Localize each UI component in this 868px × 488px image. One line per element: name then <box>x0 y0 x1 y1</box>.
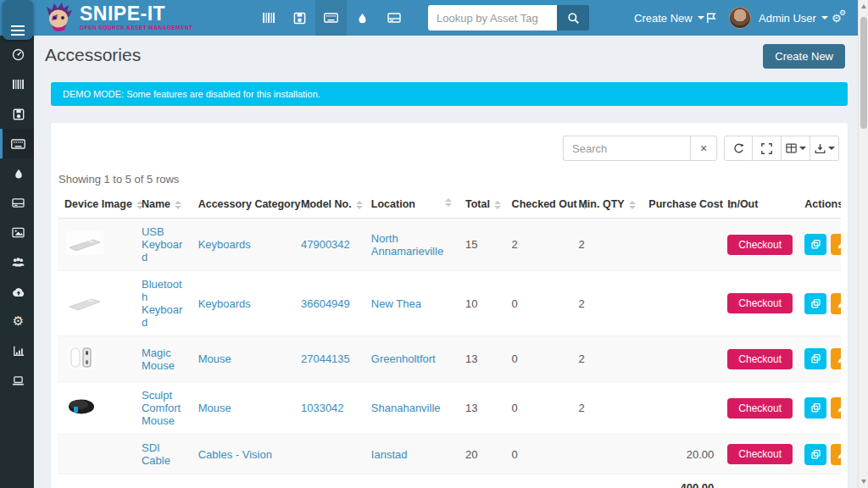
col-header-model[interactable]: Model No. <box>294 191 364 219</box>
accessory-name-link[interactable]: Bluetooth Keyboard <box>142 278 182 329</box>
accessory-name-link[interactable]: Magic Mouse <box>142 347 175 372</box>
clear-search-button[interactable]: × <box>690 136 717 161</box>
topnav-licenses-item[interactable] <box>284 0 315 36</box>
sculpt-comfort-mouse-image[interactable] <box>64 396 100 418</box>
snipe-it-logo[interactable]: SNIPE-IT OPEN SOURCE ASSET MANAGEMENT <box>44 1 192 35</box>
flag-menu[interactable] <box>705 0 718 36</box>
accessory-name-link[interactable]: Sculpt Comfort Mouse <box>142 389 181 427</box>
col-header-category[interactable]: Accessory Category <box>192 191 294 219</box>
table-toolbar-buttons <box>724 136 839 161</box>
sort-icon[interactable] <box>356 201 363 209</box>
clone-icon <box>810 298 821 309</box>
component-card-icon <box>387 12 401 24</box>
sidebar-item-assets[interactable] <box>0 69 34 99</box>
checkout-button[interactable]: Checkout <box>727 235 793 255</box>
sidebar-item-components[interactable] <box>0 188 34 218</box>
topnav-components-item[interactable] <box>378 0 409 36</box>
checkout-button[interactable]: Checkout <box>727 444 793 464</box>
sort-icon[interactable] <box>445 198 452 207</box>
accessory-location-link[interactable]: Shanahanville <box>371 402 441 414</box>
accessory-category-link[interactable]: Keyboards <box>198 297 251 310</box>
clone-button[interactable] <box>804 348 826 369</box>
sidebar-item-consumables[interactable] <box>0 158 34 188</box>
sidebar-item-reports[interactable] <box>0 336 34 366</box>
clone-button[interactable] <box>804 397 826 419</box>
sidebar-item-accessories[interactable] <box>0 129 34 158</box>
sidebar-item-licenses[interactable] <box>0 99 34 129</box>
checked-out-cell: 0 <box>505 336 572 382</box>
topnav-assets-item[interactable] <box>253 0 284 36</box>
purchase-cost-cell <box>642 336 721 382</box>
accessory-location-link[interactable]: Greenholtfort <box>371 352 436 365</box>
accessory-model-link[interactable]: 36604949 <box>301 297 350 310</box>
pencil-icon <box>837 449 841 460</box>
sidebar-toggle-button[interactable] <box>3 0 33 40</box>
export-download-icon <box>815 143 826 154</box>
export-button[interactable] <box>810 136 839 161</box>
min-qty-cell: 2 <box>571 382 642 435</box>
col-header-device-image[interactable]: Device Image <box>58 191 135 219</box>
topnav-accessories-item[interactable] <box>315 0 347 36</box>
sort-icon[interactable] <box>175 201 181 209</box>
sort-icon[interactable] <box>629 201 636 209</box>
vertical-scrollbar[interactable] <box>858 0 868 488</box>
create-new-menu[interactable]: Create New <box>634 0 704 36</box>
sidebar-item-import[interactable] <box>0 277 34 307</box>
droplet-icon <box>14 168 24 180</box>
fullscreen-button[interactable] <box>753 136 782 161</box>
scroll-down-icon[interactable] <box>861 480 866 484</box>
accessory-name-link[interactable]: USB Keyboard <box>142 225 182 263</box>
sidebar-item-requestable[interactable] <box>0 366 34 396</box>
accessory-model-link[interactable]: 1033042 <box>301 402 344 414</box>
accessory-model-link[interactable]: 47900342 <box>301 238 350 251</box>
clone-button[interactable] <box>804 293 826 314</box>
accessory-location-link[interactable]: New Thea <box>371 297 421 310</box>
user-menu[interactable]: Admin User <box>729 0 828 36</box>
total-cell: 10 <box>459 271 505 336</box>
col-header-location[interactable]: Location <box>364 191 459 219</box>
edit-button[interactable] <box>831 293 841 314</box>
left-sidebar: ⚙ <box>0 36 34 488</box>
page-title: Accessories <box>45 45 141 65</box>
accessory-location-link[interactable]: North Annamarieville <box>371 232 443 258</box>
bluetooth-keyboard-image[interactable] <box>64 290 105 315</box>
accessory-category-link[interactable]: Mouse <box>198 402 231 414</box>
asset-tag-lookup-button[interactable] <box>557 5 589 30</box>
clone-button[interactable] <box>804 444 826 465</box>
checkout-button[interactable]: Checkout <box>727 293 793 313</box>
edit-button[interactable] <box>831 444 841 465</box>
col-header-purchase-cost[interactable]: Purchase Cost <box>642 191 721 219</box>
magic-mouse-image[interactable] <box>64 343 98 372</box>
scrollbar-thumb[interactable] <box>860 17 867 129</box>
min-qty-cell: 2 <box>571 336 642 382</box>
sidebar-item-settings[interactable]: ⚙ <box>0 307 34 336</box>
accessory-model-link[interactable]: 27044135 <box>301 352 350 365</box>
edit-button[interactable] <box>831 348 841 369</box>
col-header-min-qty[interactable]: Min. QTY <box>571 191 642 219</box>
edit-button[interactable] <box>831 397 841 419</box>
sidebar-item-people[interactable] <box>0 247 34 277</box>
col-header-total[interactable]: Total <box>459 191 505 219</box>
topnav-consumables-item[interactable] <box>347 0 378 36</box>
col-header-name[interactable]: Name <box>135 191 192 219</box>
edit-button[interactable] <box>831 234 841 255</box>
sidebar-item-dashboard[interactable] <box>0 40 34 69</box>
table-search-input[interactable] <box>563 136 690 161</box>
sort-icon[interactable] <box>494 201 501 209</box>
clone-button[interactable] <box>804 234 826 255</box>
accessory-name-link[interactable]: SDI Cable <box>142 441 170 467</box>
scroll-up-icon[interactable] <box>861 4 866 8</box>
accessory-category-link[interactable]: Cables - Vision <box>198 448 272 461</box>
columns-toggle-button[interactable] <box>782 136 810 161</box>
accessory-category-link[interactable]: Keyboards <box>198 238 251 251</box>
asset-tag-lookup-input[interactable] <box>428 5 557 30</box>
checkout-button[interactable]: Checkout <box>727 398 793 419</box>
refresh-button[interactable] <box>724 136 753 161</box>
accessory-location-link[interactable]: Ianstad <box>371 448 408 461</box>
accessory-category-link[interactable]: Mouse <box>198 352 231 365</box>
col-header-checked-out[interactable]: Checked Out <box>505 191 572 219</box>
create-new-button[interactable]: Create New <box>763 44 845 69</box>
checkout-button[interactable]: Checkout <box>727 349 793 369</box>
sidebar-item-predefined-kits[interactable] <box>0 218 34 247</box>
usb-keyboard-image[interactable] <box>64 230 105 257</box>
